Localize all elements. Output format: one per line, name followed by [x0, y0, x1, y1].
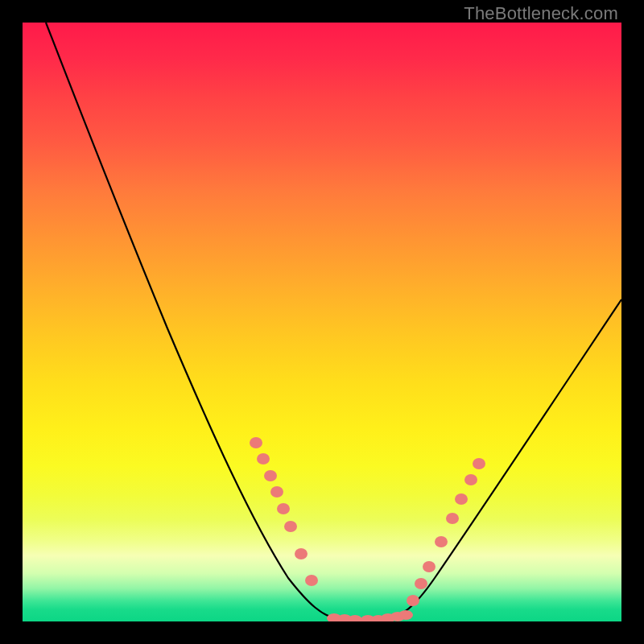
svg-point-21	[455, 493, 468, 505]
svg-point-16	[407, 595, 419, 606]
svg-point-23	[473, 458, 485, 469]
svg-point-1	[257, 453, 270, 464]
svg-point-17	[415, 578, 427, 589]
svg-point-0	[250, 437, 262, 448]
watermark-text: TheBottleneck.com	[464, 3, 618, 24]
svg-point-18	[423, 561, 436, 572]
svg-point-19	[435, 536, 448, 547]
chart-svg	[23, 23, 621, 621]
svg-point-7	[305, 575, 318, 586]
svg-point-4	[277, 503, 290, 514]
highlight-dots-bottom	[327, 610, 413, 621]
svg-point-5	[284, 521, 297, 532]
highlight-dots-left	[250, 437, 318, 586]
bottleneck-curve	[46, 23, 621, 621]
svg-point-3	[270, 486, 283, 497]
plot-area	[23, 23, 621, 621]
svg-point-6	[295, 548, 308, 559]
svg-point-20	[446, 513, 459, 524]
svg-point-2	[264, 470, 277, 481]
highlight-dots-right	[407, 458, 485, 606]
chart-frame: TheBottleneck.com	[0, 0, 644, 644]
svg-point-22	[464, 474, 477, 485]
svg-point-15	[398, 610, 413, 620]
